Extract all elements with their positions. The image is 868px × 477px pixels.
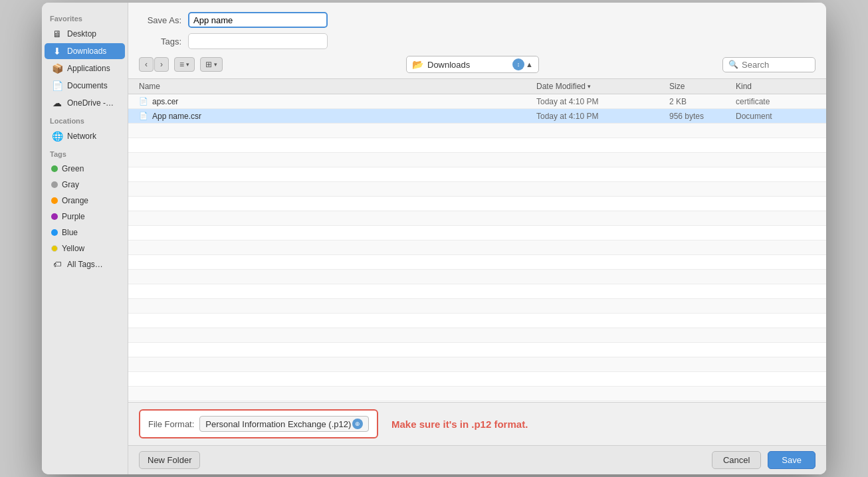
sidebar-item-desktop[interactable]: 🖥 Desktop [45, 26, 125, 42]
empty-row [128, 314, 826, 328]
search-input[interactable] [742, 60, 810, 70]
file-icon: 📄 [139, 97, 148, 106]
network-icon: 🌐 [51, 131, 63, 142]
file-size: 956 bytes [669, 112, 736, 121]
location-chevron[interactable]: ▲ [526, 60, 533, 68]
yellow-dot [51, 245, 58, 252]
sidebar: Favorites 🖥 Desktop ⬇ Downloads 📦 Applic… [42, 3, 128, 474]
file-row[interactable]: 📄 App name.csr Today at 4:10 PM 956 byte… [128, 109, 826, 124]
empty-row [128, 138, 826, 153]
save-as-label: Save As: [142, 15, 181, 25]
sidebar-item-label: Downloads [67, 47, 106, 56]
location-bar: 📂 Downloads ↕ ▲ [228, 56, 717, 73]
sidebar-item-label: Network [67, 132, 96, 141]
grid-view-icon: ⊞ [205, 60, 212, 69]
empty-row [128, 211, 826, 226]
file-format-select[interactable]: Personal Information Exchange (.p12) ⊕ [199, 416, 369, 432]
new-folder-button[interactable]: New Folder [139, 451, 200, 469]
file-kind: Document [736, 112, 815, 121]
save-as-input[interactable] [188, 12, 328, 28]
main-content: Save As: Tags: ‹ › ≡ ▾ ⊞ ▾ [128, 3, 826, 474]
format-hint: Make sure it's in .p12 format. [391, 419, 528, 430]
sidebar-item-yellow[interactable]: Yellow [45, 241, 125, 256]
green-dot [51, 165, 58, 172]
empty-row [128, 299, 826, 314]
dialog-footer: New Folder Cancel Save [128, 445, 826, 474]
sidebar-item-purple[interactable]: Purple [45, 209, 125, 224]
nav-buttons: ‹ › [139, 57, 169, 72]
sidebar-item-all-tags[interactable]: 🏷 All Tags… [45, 257, 125, 272]
search-icon: 🔍 [728, 60, 738, 69]
sidebar-item-applications[interactable]: 📦 Applications [45, 60, 125, 76]
sidebar-item-label: Gray [62, 180, 79, 189]
empty-row [128, 153, 826, 167]
save-dialog: Favorites 🖥 Desktop ⬇ Downloads 📦 Applic… [42, 3, 826, 474]
purple-dot [51, 213, 58, 220]
list-view-icon: ≡ [179, 60, 184, 69]
footer-right: Cancel Save [712, 451, 815, 469]
sidebar-item-gray[interactable]: Gray [45, 177, 125, 192]
empty-row [128, 255, 826, 270]
sidebar-item-orange[interactable]: Orange [45, 193, 125, 208]
sidebar-item-green[interactable]: Green [45, 161, 125, 176]
back-button[interactable]: ‹ [139, 57, 154, 72]
file-date: Today at 4:10 PM [536, 97, 669, 106]
sidebar-item-label: OneDrive -… [67, 98, 114, 108]
file-date: Today at 4:10 PM [536, 112, 669, 121]
empty-row [128, 270, 826, 284]
search-box: 🔍 [722, 57, 815, 72]
chevron-down-icon: ▾ [214, 61, 217, 68]
dialog-header: Save As: Tags: [128, 3, 826, 56]
empty-row [128, 240, 826, 255]
chevron-down-icon: ▾ [186, 61, 189, 68]
sort-icon: ▾ [588, 83, 591, 90]
onedrive-icon: ☁ [51, 98, 63, 108]
file-icon: 📄 [139, 112, 148, 120]
empty-row [128, 328, 826, 343]
empty-row [128, 284, 826, 299]
empty-row [128, 343, 826, 357]
file-row[interactable]: 📄 aps.cer Today at 4:10 PM 2 KB certific… [128, 94, 826, 109]
file-list: 📄 aps.cer Today at 4:10 PM 2 KB certific… [128, 94, 826, 402]
location-controls: ↕ ▲ [512, 58, 533, 70]
all-tags-icon: 🏷 [51, 260, 63, 269]
file-format-label: File Format: [148, 419, 194, 429]
sidebar-item-blue[interactable]: Blue [45, 225, 125, 240]
empty-row [128, 357, 826, 372]
orange-dot [51, 197, 58, 204]
forward-button[interactable]: › [154, 57, 169, 72]
column-name[interactable]: Name [139, 82, 536, 91]
applications-icon: 📦 [51, 63, 63, 74]
location-up-button[interactable]: ↕ [512, 58, 524, 70]
location-dropdown[interactable]: 📂 Downloads ↕ ▲ [406, 56, 539, 73]
sidebar-item-onedrive[interactable]: ☁ OneDrive -… [45, 95, 125, 111]
empty-row [128, 387, 826, 401]
file-name: App name.csr [152, 112, 201, 121]
sidebar-item-label: Documents [67, 81, 108, 90]
tags-label: Tags: [142, 37, 181, 47]
sidebar-item-downloads[interactable]: ⬇ Downloads [45, 43, 125, 59]
sidebar-item-documents[interactable]: 📄 Documents [45, 78, 125, 94]
grid-view-button[interactable]: ⊞ ▾ [200, 57, 223, 72]
sidebar-item-label: Purple [62, 212, 85, 221]
sidebar-item-label: All Tags… [67, 260, 103, 269]
sidebar-item-network[interactable]: 🌐 Network [45, 128, 125, 144]
location-inner: 📂 Downloads [412, 59, 470, 70]
blue-dot [51, 229, 58, 236]
cancel-button[interactable]: Cancel [712, 451, 761, 469]
file-name: aps.cer [152, 97, 178, 106]
file-kind: certificate [736, 97, 815, 106]
gray-dot [51, 181, 58, 188]
column-size[interactable]: Size [669, 82, 736, 91]
sidebar-item-label: Blue [62, 228, 78, 237]
location-name: Downloads [427, 60, 470, 70]
list-view-button[interactable]: ≡ ▾ [174, 57, 195, 72]
tags-label: Tags [42, 145, 128, 161]
tags-input[interactable] [188, 33, 328, 49]
save-button[interactable]: Save [768, 451, 815, 469]
column-kind[interactable]: Kind [736, 82, 815, 91]
column-date-modified[interactable]: Date Modified ▾ [536, 82, 669, 91]
save-as-row: Save As: [142, 12, 813, 28]
desktop-icon: 🖥 [51, 29, 63, 39]
format-dropdown-arrow: ⊕ [352, 419, 363, 429]
